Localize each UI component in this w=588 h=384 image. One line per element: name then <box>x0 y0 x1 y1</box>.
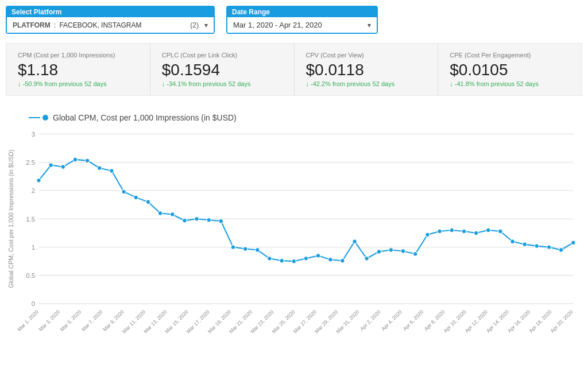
svg-text:Mar 9, 2020: Mar 9, 2020 <box>102 309 125 332</box>
svg-text:2.5: 2.5 <box>26 159 35 166</box>
svg-point-80 <box>510 239 514 243</box>
svg-text:Apr 8, 2020: Apr 8, 2020 <box>423 309 446 332</box>
svg-point-65 <box>328 258 332 262</box>
svg-point-79 <box>498 229 502 233</box>
svg-point-66 <box>341 259 345 263</box>
svg-point-67 <box>353 239 357 243</box>
svg-point-46 <box>98 166 102 170</box>
svg-point-43 <box>61 165 65 169</box>
svg-point-51 <box>158 211 162 215</box>
chart-title-row: Global CPM, Cost per 1,000 Impressions (… <box>6 113 582 122</box>
svg-point-72 <box>413 252 417 256</box>
platform-dropdown-arrow[interactable]: ▾ <box>204 21 208 29</box>
svg-point-75 <box>450 228 454 232</box>
platform-count: (2) <box>190 21 199 29</box>
date-range-value: Mar 1, 2020 - Apr 21, 2020 <box>233 21 364 29</box>
svg-text:1.5: 1.5 <box>26 216 35 223</box>
svg-point-85 <box>571 241 575 245</box>
svg-text:Apr 20, 2020: Apr 20, 2020 <box>550 309 574 333</box>
svg-point-52 <box>171 212 175 216</box>
date-range-inner[interactable]: Mar 1, 2020 - Apr 21, 2020 ▾ <box>227 17 377 33</box>
svg-text:Apr 2, 2020: Apr 2, 2020 <box>359 309 382 332</box>
svg-point-81 <box>523 242 527 246</box>
metric-cpe-value: $0.0105 <box>450 61 570 79</box>
metric-cpm-value: $1.18 <box>18 61 138 79</box>
svg-point-58 <box>243 247 247 251</box>
svg-point-55 <box>207 218 211 222</box>
svg-point-70 <box>389 248 393 252</box>
svg-point-49 <box>134 195 138 199</box>
chart-legend-line <box>29 117 40 118</box>
metric-cplc-value: $0.1594 <box>162 61 283 79</box>
svg-text:1: 1 <box>32 244 35 251</box>
svg-point-62 <box>292 259 296 263</box>
metric-cpv-value: $0.0118 <box>306 61 427 79</box>
svg-text:3: 3 <box>32 131 35 138</box>
svg-point-73 <box>425 232 430 236</box>
metric-cpv-change: ↓ -42.2% from previous 52 days <box>306 80 427 87</box>
svg-text:0: 0 <box>32 300 35 307</box>
metric-cpm-label: CPM (Cost per 1,000 Impressions) <box>18 52 138 59</box>
svg-point-77 <box>474 231 478 235</box>
svg-point-60 <box>268 257 272 261</box>
svg-text:Apr 6, 2020: Apr 6, 2020 <box>402 309 425 332</box>
svg-point-64 <box>316 254 320 258</box>
date-range-selector[interactable]: Date Range Mar 1, 2020 - Apr 21, 2020 ▾ <box>226 6 378 34</box>
svg-point-61 <box>280 259 284 263</box>
metric-cpm-change: ↓ -50.9% from previous 52 days <box>18 80 138 87</box>
svg-text:Mar 1, 2020: Mar 1, 2020 <box>16 309 40 332</box>
platform-selector[interactable]: Select Platform PLATFORM : FACEBOOK, INS… <box>6 6 215 34</box>
svg-point-68 <box>365 257 369 261</box>
svg-text:Apr 4, 2020: Apr 4, 2020 <box>380 309 403 332</box>
platform-colon: : <box>54 21 56 29</box>
platform-selector-label: Select Platform <box>7 7 214 17</box>
svg-point-74 <box>438 229 442 233</box>
metrics-row: CPM (Cost per 1,000 Impressions) $1.18 ↓… <box>6 43 582 96</box>
svg-point-47 <box>110 169 114 173</box>
metric-cplc-change: ↓ -34.1% from previous 52 days <box>162 80 283 87</box>
svg-point-84 <box>559 248 563 252</box>
platform-value: FACEBOOK, INSTAGRAM <box>59 21 141 29</box>
svg-point-41 <box>37 179 41 183</box>
chart-title: Global CPM, Cost per 1,000 Impressions (… <box>53 113 237 122</box>
svg-point-53 <box>183 219 187 223</box>
svg-point-82 <box>535 244 539 248</box>
metric-cpe: CPE (Cost Per Engagement) $0.0105 ↓ -41.… <box>438 44 582 95</box>
chart-container: 00.511.522.53Global CPM, Cost per 1,000 … <box>6 128 582 346</box>
svg-point-76 <box>462 229 466 233</box>
chart-svg: 00.511.522.53Global CPM, Cost per 1,000 … <box>6 128 582 346</box>
svg-text:2: 2 <box>32 187 35 194</box>
svg-point-63 <box>304 257 308 261</box>
svg-point-45 <box>85 158 89 162</box>
svg-point-50 <box>146 200 150 204</box>
svg-point-69 <box>377 250 381 254</box>
platform-selector-inner[interactable]: PLATFORM : FACEBOOK, INSTAGRAM (2) ▾ <box>7 17 214 33</box>
metric-cplc-label: CPLC (Cost per Link Click) <box>162 52 283 59</box>
svg-text:Mar 31, 2020: Mar 31, 2020 <box>335 309 360 334</box>
metric-cplc: CPLC (Cost per Link Click) $0.1594 ↓ -34… <box>150 44 295 95</box>
svg-point-59 <box>256 248 260 252</box>
svg-text:0.5: 0.5 <box>26 272 35 279</box>
metric-cpv-label: CPV (Cost per View) <box>306 52 427 59</box>
date-range-label: Date Range <box>227 7 377 17</box>
metric-cpm: CPM (Cost per 1,000 Impressions) $1.18 ↓… <box>6 44 150 95</box>
svg-point-71 <box>401 249 405 253</box>
svg-point-57 <box>231 245 235 249</box>
chart-section: Global CPM, Cost per 1,000 Impressions (… <box>6 107 582 352</box>
svg-text:Mar 5, 2020: Mar 5, 2020 <box>59 309 83 332</box>
metric-cpe-label: CPE (Cost Per Engagement) <box>450 52 570 59</box>
svg-point-78 <box>486 228 490 232</box>
chart-legend-dot <box>42 115 48 121</box>
svg-text:Mar 3, 2020: Mar 3, 2020 <box>38 309 61 332</box>
svg-text:Global CPM, Cost per 1,000 Imp: Global CPM, Cost per 1,000 Impressions (… <box>7 150 14 288</box>
date-range-dropdown-arrow[interactable]: ▾ <box>368 21 371 29</box>
svg-point-48 <box>122 189 126 193</box>
svg-point-44 <box>73 157 77 161</box>
svg-point-83 <box>547 245 551 249</box>
svg-text:Mar 7, 2020: Mar 7, 2020 <box>80 309 104 332</box>
metric-cpe-change: ↓ -41.8% from previous 52 days <box>450 80 570 87</box>
svg-point-42 <box>49 163 53 167</box>
metric-cpv: CPV (Cost per View) $0.0118 ↓ -42.2% fro… <box>295 44 439 95</box>
svg-point-56 <box>219 219 223 223</box>
top-controls: Select Platform PLATFORM : FACEBOOK, INS… <box>6 6 582 34</box>
